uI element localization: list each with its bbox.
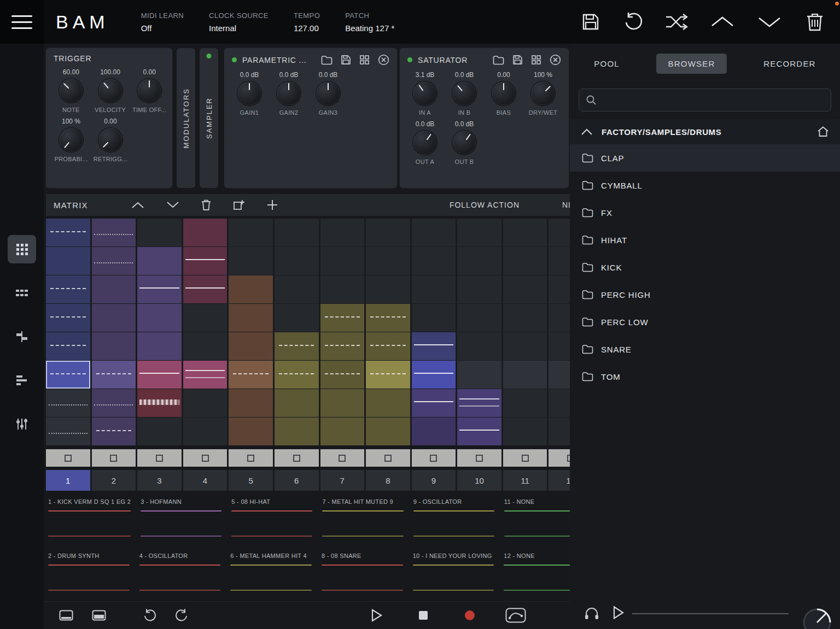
track-cell[interactable]: 12 - NONE [501,548,570,602]
matrix-cell[interactable] [366,361,410,389]
step-checkbox[interactable] [92,449,136,467]
folder-row[interactable]: TOM [570,363,840,390]
matrix-cell[interactable] [92,247,136,275]
matrix-cell[interactable] [320,304,365,332]
knob[interactable] [452,81,476,105]
knob[interactable] [492,81,516,105]
matrix-cell[interactable] [183,219,228,246]
matrix-cell[interactable] [46,247,90,275]
matrix-cell[interactable] [229,418,273,445]
matrix-cell[interactable] [275,389,319,417]
matrix-cell[interactable] [137,219,182,246]
matrix-cell[interactable] [412,304,456,332]
track-cell[interactable]: 10 - I NEED YOUR LOVING [411,548,502,602]
saturator-active-dot[interactable] [407,57,412,62]
matrix-cell[interactable] [183,389,228,417]
automation-button[interactable] [505,608,526,623]
close-icon[interactable] [378,54,389,66]
matrix-cell[interactable] [549,275,570,303]
browser-tab[interactable]: POOL [582,54,631,74]
matrix-cell[interactable] [549,389,570,417]
matrix-cell[interactable] [92,332,136,360]
track-cell[interactable]: 11 - NONE [502,494,570,548]
topbar-field[interactable]: MIDI LEARN Off [141,11,184,33]
home-icon[interactable] [817,126,829,137]
record-button[interactable] [464,609,476,621]
matrix-cell[interactable] [366,219,410,246]
matrix-cell[interactable] [92,275,136,303]
track-cell[interactable]: 4 - OSCILLATOR [137,548,229,602]
knob[interactable] [413,81,437,105]
track-cell[interactable]: 8 - 08 SNARE [319,548,411,602]
step-number[interactable]: 4 [183,470,228,491]
matrix-cell[interactable] [503,219,547,246]
matrix-cell[interactable] [275,361,319,389]
matrix-cell[interactable] [46,418,90,445]
matrix-cell[interactable] [320,247,365,275]
matrix-cell[interactable] [137,304,182,332]
delete-row-icon[interactable] [201,199,212,211]
matrix-cell[interactable] [320,418,365,445]
matrix-cell[interactable] [229,389,273,417]
step-number[interactable]: 9 [412,470,456,491]
matrix-cell[interactable] [229,247,273,275]
step-checkbox[interactable] [366,449,410,467]
matrix-cell[interactable] [183,247,228,275]
track-cell[interactable]: 6 - METAL HAMMER HIT 4 [228,548,319,602]
matrix-cell[interactable] [549,219,570,246]
matrix-cell[interactable] [46,304,90,332]
knob[interactable] [98,79,122,103]
matrix-cell[interactable] [366,389,410,417]
panel-bottom-icon[interactable] [59,610,73,621]
search-input[interactable] [602,96,824,105]
track-cell[interactable]: 2 - DRUM SYNTH [46,548,137,602]
step-number[interactable]: 2 [92,470,136,491]
grid-view-icon[interactable] [531,55,541,65]
matrix-cell[interactable] [46,219,90,246]
matrix-cell[interactable] [275,304,319,332]
step-checkbox[interactable] [549,449,570,467]
sidebar-item-mixer[interactable] [8,410,36,438]
knob[interactable] [59,128,83,152]
matrix-cell[interactable] [92,304,136,332]
step-checkbox[interactable] [137,449,182,467]
track-cell[interactable]: 3 - HOFMANN [138,494,229,548]
matrix-cell[interactable] [92,389,136,417]
close-icon[interactable] [550,54,561,66]
tab-modulators[interactable]: MODULATORS [177,48,195,188]
step-checkbox[interactable] [503,449,547,467]
matrix-cell[interactable] [229,304,273,332]
matrix-cell[interactable] [549,247,570,275]
collapse-icon[interactable] [581,128,593,136]
matrix-cell[interactable] [320,219,365,246]
hamburger-menu-button[interactable] [0,0,44,44]
matrix-cell[interactable] [137,389,182,417]
matrix-cell[interactable] [366,418,410,445]
matrix-cell[interactable] [503,247,547,275]
chevron-up-icon[interactable] [131,201,145,209]
step-checkbox[interactable] [46,449,90,467]
folder-icon[interactable] [321,55,332,65]
preview-volume-knob[interactable] [802,607,832,629]
matrix-cell[interactable] [137,332,182,360]
matrix-cell[interactable] [549,304,570,332]
folder-row[interactable]: CLAP [570,144,840,172]
matrix-cell[interactable] [549,361,570,389]
matrix-cell[interactable] [320,389,365,417]
matrix-cell[interactable] [229,332,273,360]
follow-action-label[interactable]: FOLLOW ACTION [450,201,520,209]
browser-tab[interactable]: BROWSER [656,54,727,74]
stop-button[interactable] [418,610,429,621]
breadcrumb[interactable]: FACTORY/SAMPLES/DRUMS [602,127,721,137]
matrix-cell[interactable] [412,219,456,246]
knob[interactable] [277,81,301,105]
step-checkbox[interactable] [229,449,273,467]
step-number[interactable]: 3 [137,470,182,491]
folder-row[interactable]: CYMBALL [570,172,840,199]
matrix-cell[interactable] [320,361,365,389]
step-number[interactable]: 5 [229,470,273,491]
matrix-cell[interactable] [229,275,273,303]
tab-sampler[interactable]: SAMPLER [200,48,218,188]
matrix-cell[interactable] [503,361,547,389]
matrix-cell[interactable] [46,332,90,360]
